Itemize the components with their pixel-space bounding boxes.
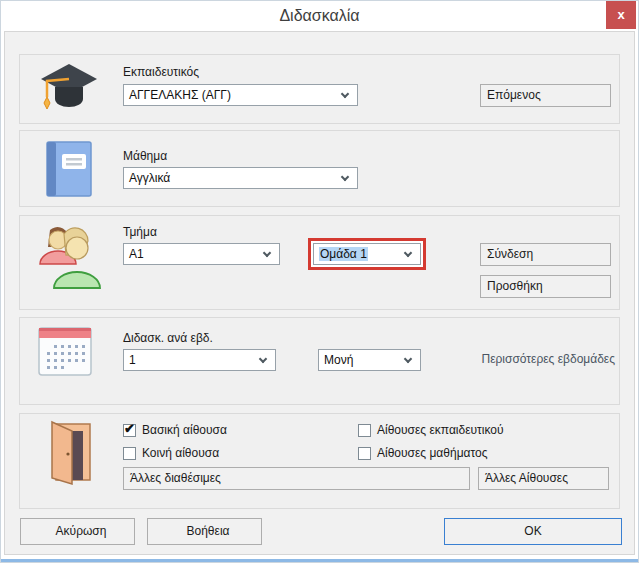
ok-button[interactable]: OK (444, 518, 622, 545)
checkbox-subject-rooms-label: Αίθουσες μαθήματος (377, 446, 488, 460)
subject-label: Μάθημα (123, 149, 167, 163)
dialog-title: Διδασκαλία (1, 1, 638, 31)
checkbox-teacher-rooms-label: Αίθουσες εκπαιδευτικού (377, 423, 504, 437)
window-bottom-border (1, 559, 638, 562)
group-combobox[interactable]: Ομάδα 1 (313, 243, 421, 265)
other-available-rooms-button[interactable]: Άλλες διαθέσιμες (123, 467, 470, 490)
checkbox-box (358, 447, 371, 460)
calendar-icon (38, 327, 92, 381)
dialog-body: Εκπαιδευτικός ΑΓΓΕΛΑΚΗΣ (ΑΓΓ) Επόμενος Μ… (4, 31, 635, 555)
chevron-down-icon (263, 249, 271, 257)
teaching-dialog-window: Διδασκαλία x Εκπαιδευτικός ΑΓΓΕΛΑΚΗΣ (ΑΓ… (0, 0, 639, 563)
teacher-combobox[interactable]: ΑΓΓΕΛΑΚΗΣ (ΑΓΓ) (123, 84, 358, 106)
checkbox-subject-rooms[interactable]: Αίθουσες μαθήματος (358, 446, 488, 460)
weeks-count-combobox[interactable]: 1 (123, 349, 276, 371)
join-button[interactable]: Σύνδεση (480, 243, 611, 266)
book-icon (46, 140, 92, 202)
class-label: Τμήμα (123, 225, 157, 239)
group-combobox-highlight-frame: Ομάδα 1 (308, 238, 426, 270)
add-button[interactable]: Προσθήκη (480, 275, 611, 298)
checkbox-shared-room-label: Κοινή αίθουσα (142, 446, 219, 460)
checkbox-box (123, 447, 136, 460)
chevron-down-icon (404, 249, 412, 257)
week-parity-combobox[interactable]: Μονή (318, 349, 421, 371)
students-icon (36, 222, 102, 296)
weeks-label: Διδασκ. ανά εβδ. (123, 331, 213, 345)
graduation-cap-icon (36, 61, 100, 121)
checkbox-shared-room[interactable]: Κοινή αίθουσα (123, 446, 219, 460)
cancel-button[interactable]: Ακύρωση (20, 518, 135, 545)
chevron-down-icon (404, 355, 412, 363)
class-combobox-value: A1 (129, 247, 144, 261)
section-weeks: Διδασκ. ανά εβδ. 1 Μονή Περισσότερες εβδ… (19, 317, 620, 405)
more-weeks-link[interactable]: Περισσότερες εβδομάδες (482, 352, 615, 366)
other-rooms-button[interactable]: Άλλες Αίθουσες (478, 467, 609, 490)
chevron-down-icon (259, 355, 267, 363)
door-icon (42, 420, 92, 490)
checkbox-box (358, 424, 371, 437)
checkbox-home-room-label: Βασική αίθουσα (142, 423, 227, 437)
section-class: Τμήμα A1 Ομάδα 1 Σύνδεση Προσθήκη (19, 215, 620, 310)
check-icon: ✔ (124, 422, 135, 435)
next-button[interactable]: Επόμενος (480, 84, 611, 107)
section-subject: Μάθημα Αγγλικά (19, 130, 620, 207)
teacher-combobox-value: ΑΓΓΕΛΑΚΗΣ (ΑΓΓ) (129, 88, 231, 102)
chevron-down-icon (341, 90, 349, 98)
week-parity-combobox-value: Μονή (324, 353, 353, 367)
checkbox-box-checked: ✔ (123, 424, 136, 437)
section-teacher: Εκπαιδευτικός ΑΓΓΕΛΑΚΗΣ (ΑΓΓ) Επόμενος (19, 54, 620, 124)
close-button[interactable]: x (606, 1, 636, 29)
subject-combobox[interactable]: Αγγλικά (123, 167, 358, 189)
checkbox-home-room[interactable]: ✔ Βασική αίθουσα (123, 423, 227, 437)
weeks-count-combobox-value: 1 (129, 353, 136, 367)
class-combobox[interactable]: A1 (123, 243, 280, 265)
chevron-down-icon (341, 173, 349, 181)
help-button[interactable]: Βοήθεια (147, 518, 262, 545)
subject-combobox-value: Αγγλικά (129, 171, 170, 185)
section-rooms: ✔ Βασική αίθουσα Κοινή αίθουσα Αίθουσες … (19, 413, 620, 509)
titlebar: Διδασκαλία x (1, 1, 638, 31)
group-combobox-value: Ομάδα 1 (319, 247, 368, 261)
checkbox-teacher-rooms[interactable]: Αίθουσες εκπαιδευτικού (358, 423, 504, 437)
teacher-label: Εκπαιδευτικός (123, 65, 199, 79)
